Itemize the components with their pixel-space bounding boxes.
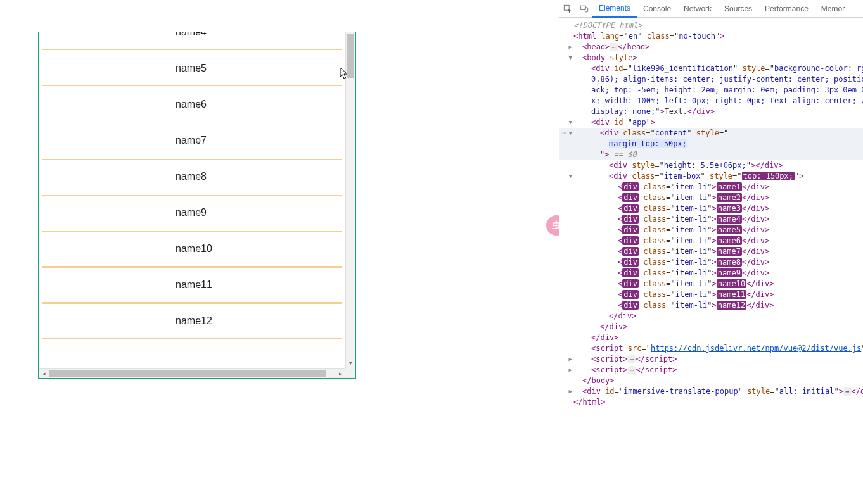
scroll-down-button[interactable]: ▾ bbox=[346, 358, 355, 368]
devtools-tab-performance[interactable]: Performance bbox=[758, 0, 815, 18]
list-item[interactable]: name7 bbox=[42, 123, 342, 158]
dom-node-line[interactable]: ▼<div class="item-box" style="top: 150px… bbox=[559, 171, 863, 182]
dom-node-line[interactable]: margin-top: 50px; bbox=[559, 139, 863, 149]
horizontal-scroll-thumb[interactable] bbox=[49, 370, 326, 377]
dom-node-line[interactable]: ▼<body style> bbox=[559, 53, 863, 63]
dom-node-line[interactable]: <div class="item-li">name1</div> bbox=[559, 182, 863, 192]
dom-node-line[interactable]: <div class="item-li">name4</div> bbox=[559, 214, 863, 225]
scroll-right-button[interactable]: ▸ bbox=[335, 369, 345, 378]
vertical-scrollbar[interactable]: ▴ ▾ bbox=[345, 32, 355, 368]
list-item[interactable]: name12 bbox=[42, 303, 342, 339]
dom-node-line[interactable]: <div style="height: 5.5e+06px;"></div> bbox=[559, 160, 863, 171]
dom-node-line[interactable]: </div> bbox=[559, 311, 863, 322]
devtools-tab-console[interactable]: Console bbox=[637, 0, 677, 18]
list-item[interactable]: name8 bbox=[42, 159, 342, 194]
list-item-label: name12 bbox=[176, 315, 212, 327]
dom-node-line[interactable]: <!DOCTYPE html> bbox=[559, 20, 863, 31]
list-item-label: name6 bbox=[176, 99, 207, 110]
list-item[interactable]: name4 bbox=[42, 32, 342, 50]
dom-node-line[interactable]: ack; top: -5em; height: 2em; margin: 0em… bbox=[559, 85, 863, 96]
list-item-label: name10 bbox=[176, 243, 212, 255]
scrollbar-corner bbox=[345, 368, 355, 378]
dom-node-line[interactable]: </div> bbox=[559, 322, 863, 332]
dom-node-line[interactable]: ▶<div id="immersive-translate-popup" sty… bbox=[559, 386, 863, 397]
dom-node-line[interactable]: <div class="item-li">name12</div> bbox=[559, 300, 863, 311]
list-item[interactable]: name10 bbox=[42, 231, 342, 267]
scroll-left-button[interactable]: ◂ bbox=[39, 369, 49, 378]
page-scroll-area[interactable]: name4name5name6name7name8name9name10name… bbox=[39, 32, 345, 368]
dom-node-line[interactable]: <div id="like996_identification" style="… bbox=[559, 63, 863, 74]
dom-node-line[interactable]: x; width: 100%; left: 0px; right: 0px; t… bbox=[559, 96, 863, 106]
dom-node-line[interactable]: ▶<script>⋯</script> bbox=[559, 365, 863, 375]
dom-node-line[interactable]: ▶<script>⋯</script> bbox=[559, 354, 863, 365]
list-item-label: name9 bbox=[176, 207, 207, 218]
rendered-page-viewport: name4name5name6name7name8name9name10name… bbox=[38, 32, 356, 379]
dom-node-line[interactable]: <div class="item-li">name6</div> bbox=[559, 236, 863, 246]
dom-node-line[interactable]: ▼<div id="app"> bbox=[559, 117, 863, 128]
dom-node-line[interactable]: </div> bbox=[559, 332, 863, 343]
dom-node-line[interactable]: <div class="item-li">name11</div> bbox=[559, 289, 863, 300]
dom-node-line[interactable]: "> == $0 bbox=[559, 149, 863, 160]
dom-node-line[interactable]: ⋯▼<div class="content" style=" bbox=[559, 128, 863, 139]
dom-node-line[interactable]: display: none;">Text.</div> bbox=[559, 106, 863, 117]
devtools-panel: ElementsConsoleNetworkSourcesPerformance… bbox=[559, 0, 863, 504]
dom-node-line[interactable]: <div class="item-li">name10</div> bbox=[559, 279, 863, 289]
dom-node-line[interactable]: <div class="item-li">name7</div> bbox=[559, 246, 863, 257]
list-item-label: name5 bbox=[176, 63, 207, 74]
dom-node-line[interactable]: <script src="https://cdn.jsdelivr.net/np… bbox=[559, 343, 863, 354]
list-item-label: name7 bbox=[176, 135, 207, 146]
list-item-label: name11 bbox=[176, 279, 212, 291]
dom-node-line[interactable]: <div class="item-li">name5</div> bbox=[559, 225, 863, 236]
list-item[interactable]: name5 bbox=[42, 51, 342, 86]
dom-node-line[interactable]: <div class="item-li">name2</div> bbox=[559, 192, 863, 203]
dom-node-line[interactable]: <div class="item-li">name9</div> bbox=[559, 268, 863, 279]
devtools-tabs: ElementsConsoleNetworkSourcesPerformance… bbox=[592, 0, 851, 18]
list-item-label: name4 bbox=[176, 32, 207, 38]
horizontal-scrollbar[interactable]: ◂ ▸ bbox=[39, 368, 345, 378]
dom-node-line[interactable]: <div class="item-li">name3</div> bbox=[559, 203, 863, 214]
list-item-label: name8 bbox=[176, 171, 207, 182]
inspect-element-icon[interactable] bbox=[559, 0, 576, 18]
dom-node-line[interactable]: 0.86); align-items: center; justify-cont… bbox=[559, 74, 863, 85]
list-item[interactable]: name9 bbox=[42, 195, 342, 230]
dom-node-line[interactable]: <html lang="en" class="no-touch"> bbox=[559, 31, 863, 42]
devtools-toolbar: ElementsConsoleNetworkSourcesPerformance… bbox=[559, 0, 863, 18]
toggle-device-icon[interactable] bbox=[576, 0, 592, 18]
devtools-tab-sources[interactable]: Sources bbox=[718, 0, 758, 18]
dom-node-line[interactable]: </html> bbox=[559, 397, 863, 408]
elements-tree[interactable]: <!DOCTYPE html><html lang="en" class="no… bbox=[559, 18, 863, 433]
dom-node-line[interactable]: ▶<head>⋯</head> bbox=[559, 42, 863, 53]
dom-node-line[interactable]: <div class="item-li">name8</div> bbox=[559, 257, 863, 268]
dom-node-line[interactable]: </body> bbox=[559, 375, 863, 386]
list-item[interactable]: name6 bbox=[42, 87, 342, 122]
devtools-tab-network[interactable]: Network bbox=[677, 0, 718, 18]
vertical-scroll-thumb[interactable] bbox=[347, 34, 354, 78]
devtools-tab-memor[interactable]: Memor bbox=[815, 0, 851, 18]
list-item[interactable]: name11 bbox=[42, 267, 342, 303]
devtools-tab-elements[interactable]: Elements bbox=[592, 0, 637, 18]
